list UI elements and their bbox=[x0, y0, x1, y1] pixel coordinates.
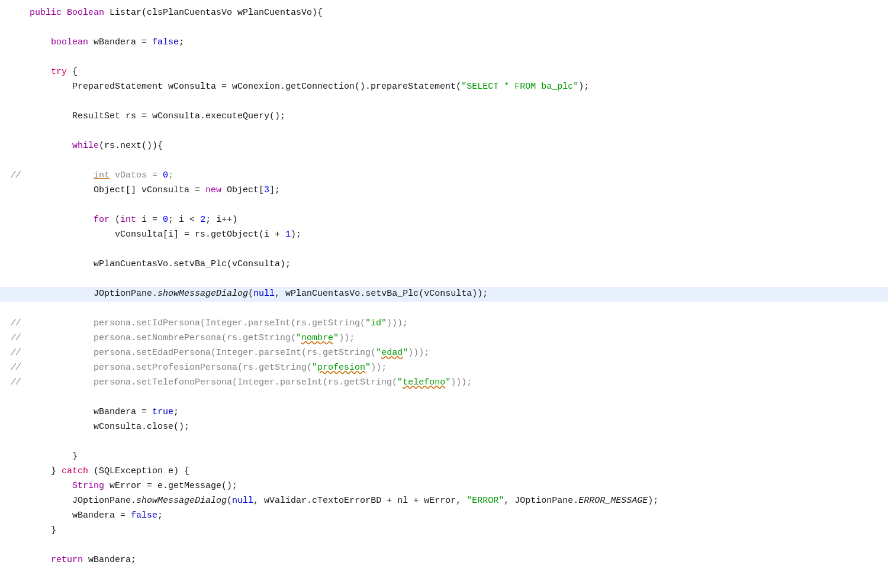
gutter-23: // bbox=[0, 331, 30, 344]
code-line-22: // persona.setIdPersona(Integer.parseInt… bbox=[0, 316, 888, 331]
line-content-32: } catch (SQLException e) { bbox=[30, 464, 876, 479]
gutter-22: // bbox=[0, 316, 30, 329]
line-content-17 bbox=[30, 243, 876, 257]
code-line-25: // persona.setProfesionPersona(rs.getStr… bbox=[0, 361, 888, 376]
code-editor: public Boolean Listar(clsPlanCuentasVo w… bbox=[0, 0, 888, 588]
code-line-20: JOptionPane.showMessageDialog(null, wPla… bbox=[0, 287, 888, 302]
code-line-16: vConsulta[i] = rs.getObject(i + 1); bbox=[0, 228, 888, 243]
code-line-28: wBandera = true; bbox=[0, 405, 888, 420]
line-content-16: vConsulta[i] = rs.getObject(i + 1); bbox=[30, 228, 876, 242]
line-content-38: return wBandera; bbox=[30, 553, 876, 567]
line-content-18: wPlanCuentasVo.setvBa_Plc(vConsulta); bbox=[30, 257, 876, 272]
line-content-23: persona.setNombrePersona(rs.getString("n… bbox=[30, 331, 876, 345]
line-content-15: for (int i = 0; i < 2; i++) bbox=[30, 213, 876, 227]
line-content-33: String wError = e.getMessage(); bbox=[30, 479, 876, 493]
code-line-1: public Boolean Listar(clsPlanCuentasVo w… bbox=[0, 6, 888, 21]
code-line-4 bbox=[0, 50, 888, 65]
code-line-23: // persona.setNombrePersona(rs.getString… bbox=[0, 331, 888, 346]
line-content-8: ResultSet rs = wConsulta.executeQuery(); bbox=[30, 109, 876, 124]
line-content-21 bbox=[30, 302, 876, 316]
code-line-9 bbox=[0, 124, 888, 139]
line-content-13: Object[] vConsulta = new Object[3]; bbox=[30, 183, 876, 198]
line-content-22: persona.setIdPersona(Integer.parseInt(rs… bbox=[30, 316, 876, 331]
code-line-6: PreparedStatement wConsulta = wConexion.… bbox=[0, 80, 888, 95]
code-line-34: JOptionPane.showMessageDialog(null, wVal… bbox=[0, 494, 888, 509]
code-line-32: } catch (SQLException e) { bbox=[0, 464, 888, 479]
line-content-4 bbox=[30, 50, 876, 64]
code-line-11 bbox=[0, 154, 888, 169]
code-line-37 bbox=[0, 538, 888, 553]
gutter-24: // bbox=[0, 346, 30, 359]
code-line-39 bbox=[0, 568, 888, 583]
code-line-15: for (int i = 0; i < 2; i++) bbox=[0, 213, 888, 228]
code-line-31: } bbox=[0, 450, 888, 464]
line-content-26: persona.setTelefonoPersona(Integer.parse… bbox=[30, 376, 876, 390]
line-content-25: persona.setProfesionPersona(rs.getString… bbox=[30, 361, 876, 375]
code-line-17 bbox=[0, 243, 888, 257]
code-line-19 bbox=[0, 272, 888, 287]
code-line-21 bbox=[0, 302, 888, 316]
line-content-11 bbox=[30, 154, 876, 168]
line-content-29: wConsulta.close(); bbox=[30, 420, 876, 434]
code-line-33: String wError = e.getMessage(); bbox=[0, 479, 888, 494]
code-line-5: try { bbox=[0, 65, 888, 80]
code-line-35: wBandera = false; bbox=[0, 509, 888, 524]
code-line-12: // int vDatos = 0; bbox=[0, 169, 888, 183]
line-content-6: PreparedStatement wConsulta = wConexion.… bbox=[30, 80, 876, 94]
gutter-12: // bbox=[0, 169, 30, 182]
line-content-7 bbox=[30, 95, 876, 109]
line-content-37 bbox=[30, 538, 876, 553]
code-line-26: // persona.setTelefonoPersona(Integer.pa… bbox=[0, 376, 888, 390]
code-line-14 bbox=[0, 198, 888, 213]
code-line-10: while(rs.next()){ bbox=[0, 139, 888, 154]
line-content-28: wBandera = true; bbox=[30, 405, 876, 419]
line-content-34: JOptionPane.showMessageDialog(null, wVal… bbox=[30, 494, 876, 508]
code-line-30 bbox=[0, 435, 888, 450]
gutter-26: // bbox=[0, 376, 30, 389]
code-line-36: } bbox=[0, 524, 888, 538]
line-content-24: persona.setEdadPersona(Integer.parseInt(… bbox=[30, 346, 876, 360]
line-content-27 bbox=[30, 390, 876, 405]
line-content-36: } bbox=[30, 524, 876, 538]
gutter-25: // bbox=[0, 361, 30, 374]
line-content-2 bbox=[30, 21, 876, 35]
code-line-29: wConsulta.close(); bbox=[0, 420, 888, 435]
code-line-18: wPlanCuentasVo.setvBa_Plc(vConsulta); bbox=[0, 257, 888, 272]
line-content-39 bbox=[30, 568, 876, 582]
line-content-19 bbox=[30, 272, 876, 286]
code-line-2 bbox=[0, 21, 888, 35]
code-line-27 bbox=[0, 390, 888, 405]
code-line-38: return wBandera; bbox=[0, 553, 888, 568]
code-line-3: boolean wBandera = false; bbox=[0, 35, 888, 50]
code-line-24: // persona.setEdadPersona(Integer.parseI… bbox=[0, 346, 888, 361]
code-line-8: ResultSet rs = wConsulta.executeQuery(); bbox=[0, 109, 888, 124]
line-content-5: try { bbox=[30, 65, 876, 79]
code-line-7 bbox=[0, 95, 888, 109]
line-content-12: int vDatos = 0; bbox=[30, 169, 876, 183]
line-content-1: public Boolean Listar(clsPlanCuentasVo w… bbox=[30, 6, 876, 20]
line-content-3: boolean wBandera = false; bbox=[30, 35, 876, 50]
line-content-35: wBandera = false; bbox=[30, 509, 876, 523]
line-content-9 bbox=[30, 124, 876, 138]
line-content-20: JOptionPane.showMessageDialog(null, wPla… bbox=[30, 287, 876, 301]
code-line-13: Object[] vConsulta = new Object[3]; bbox=[0, 183, 888, 198]
line-content-30 bbox=[30, 435, 876, 449]
line-content-14 bbox=[30, 198, 876, 212]
line-content-31: } bbox=[30, 450, 876, 464]
line-content-10: while(rs.next()){ bbox=[30, 139, 876, 153]
